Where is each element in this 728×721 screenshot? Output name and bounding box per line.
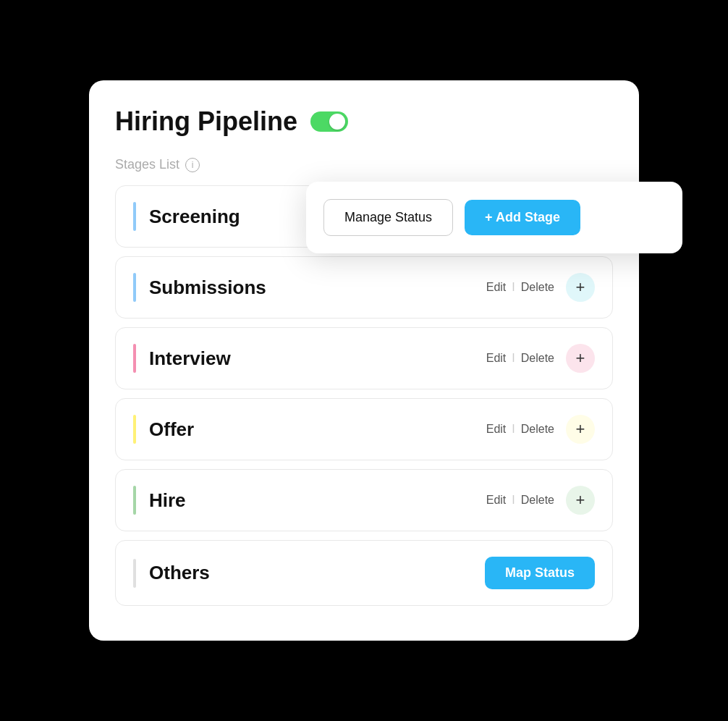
header: Hiring Pipeline [115,106,613,137]
stage-bar-interview [133,344,136,373]
stage-actions-interview: Edit I Delete [486,352,554,365]
edit-button-offer[interactable]: Edit [486,423,507,436]
stage-bar-screening [133,202,136,231]
stages-header: Stages List i [115,157,613,172]
delete-button-hire[interactable]: Delete [521,494,554,507]
stage-item-offer: Offer Edit I Delete + [115,398,613,460]
stage-item-others: Others Map Status [115,540,613,606]
stage-name-others: Others [149,562,485,584]
delete-button-submissions[interactable]: Delete [521,281,554,294]
add-status-button-hire[interactable]: + [566,486,595,515]
page-title: Hiring Pipeline [115,106,297,137]
stage-bar-submissions [133,273,136,302]
info-icon[interactable]: i [185,158,200,172]
map-status-button[interactable]: Map Status [485,557,595,589]
add-status-button-offer[interactable]: + [566,415,595,444]
pipeline-toggle[interactable] [310,111,348,132]
edit-button-hire[interactable]: Edit [486,494,507,507]
stage-actions-offer: Edit I Delete [486,423,554,436]
stage-bar-offer [133,415,136,444]
stage-actions-submissions: Edit I Delete [486,281,554,294]
stage-name-offer: Offer [149,418,486,441]
stage-bar-others [133,559,136,588]
stage-name-hire: Hire [149,489,486,512]
stage-item-interview: Interview Edit I Delete + [115,327,613,389]
edit-button-interview[interactable]: Edit [486,352,507,365]
separator-offer: I [512,423,515,436]
manage-status-button[interactable]: Manage Status [323,199,453,236]
separator-hire: I [512,494,515,507]
edit-button-submissions[interactable]: Edit [486,281,507,294]
main-card: Hiring Pipeline Stages List i Screening … [89,80,639,641]
stage-bar-hire [133,486,136,515]
stage-item-hire: Hire Edit I Delete + [115,469,613,531]
add-stage-button[interactable]: + Add Stage [465,200,580,235]
add-status-button-submissions[interactable]: + [566,273,595,302]
separator-submissions: I [512,281,515,294]
delete-button-offer[interactable]: Delete [521,423,554,436]
action-popup: Manage Status + Add Stage [306,182,682,253]
separator-interview: I [512,352,515,365]
delete-button-interview[interactable]: Delete [521,352,554,365]
stage-actions-hire: Edit I Delete [486,494,554,507]
stages-label: Stages List [115,157,179,172]
add-status-button-interview[interactable]: + [566,344,595,373]
stage-item-submissions: Submissions Edit I Delete + [115,256,613,319]
stage-name-interview: Interview [149,347,486,370]
stage-name-submissions: Submissions [149,277,486,299]
